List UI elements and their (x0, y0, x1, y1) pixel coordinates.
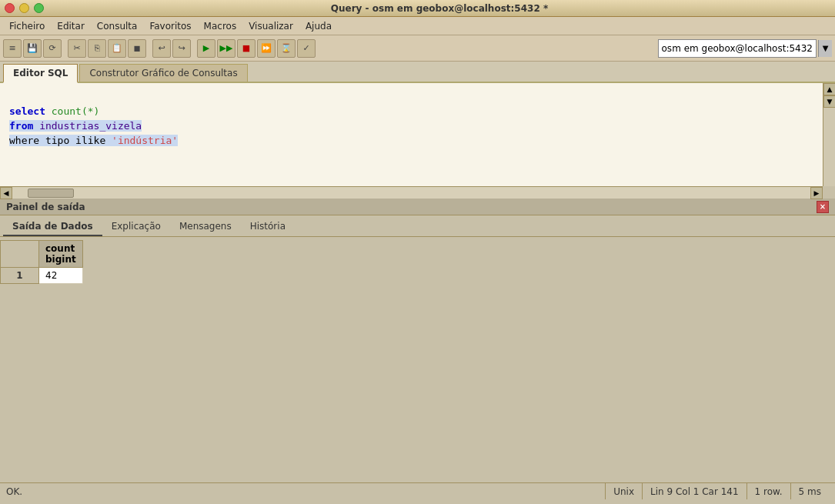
main-layout: Editor SQL Construtor Gráfico de Consult… (0, 62, 835, 482)
window-title: Query - osm em geobox@localhost:5432 * (48, 3, 830, 14)
tb-stop-btn[interactable]: ■ (237, 39, 256, 58)
row-number-header (1, 241, 39, 268)
output-section: Painel de saída × Saída de Dados Explica… (0, 199, 835, 482)
vscroll-down-arrow[interactable]: ▼ (823, 95, 835, 108)
output-panel-title: Painel de saída (6, 202, 817, 212)
menu-visualizar[interactable]: Visualizar (242, 19, 299, 33)
tab-grafico[interactable]: Construtor Gráfico de Consultas (79, 64, 247, 82)
tb-open-file-btn[interactable]: ≡ (3, 39, 22, 58)
status-time: 5 ms (790, 483, 829, 499)
scroll-corner (823, 186, 835, 199)
status-message: OK. (6, 486, 605, 497)
title-bar: Query - osm em geobox@localhost:5432 * (0, 0, 835, 17)
result-table: count bigint 1 42 (0, 240, 83, 284)
tb-step-btn[interactable]: ⏩ (257, 39, 276, 58)
editor-hscrollbar[interactable]: ◀ ▶ (0, 186, 823, 199)
close-button[interactable] (5, 3, 15, 13)
vscroll-up-arrow[interactable]: ▲ (823, 83, 835, 95)
menu-ficheiro[interactable]: Ficheiro (3, 19, 51, 33)
row-count-value: 42 (39, 268, 83, 284)
editor-vscrollbar[interactable]: ▲ ▼ (823, 83, 835, 186)
menu-editar[interactable]: Editar (51, 19, 91, 33)
sql-editor[interactable]: select count(*) from industrias_vizela w… (0, 83, 835, 199)
out-tab-explicacao[interactable]: Explicação (102, 218, 170, 236)
db-connection-combo[interactable]: osm em geobox@localhost:5432 (658, 39, 817, 58)
hscroll-left-arrow[interactable]: ◀ (0, 187, 12, 199)
col-count-header: count bigint (39, 241, 83, 268)
output-close-button[interactable]: × (817, 201, 829, 213)
status-position: Lin 9 Col 1 Car 141 (642, 483, 746, 499)
menu-macros[interactable]: Macros (198, 19, 243, 33)
editor-tabs-row: Editor SQL Construtor Gráfico de Consult… (0, 62, 835, 83)
tb-refresh-btn[interactable]: ⟳ (43, 39, 62, 58)
tb-undo-btn[interactable]: ↩ (152, 39, 171, 58)
menu-favoritos[interactable]: Favoritos (143, 19, 197, 33)
editor-content[interactable]: select count(*) from industrias_vizela w… (0, 83, 835, 154)
minimize-button[interactable] (19, 3, 29, 13)
toolbar: ≡ 💾 ⟳ ✂ ⎘ 📋 ◼ ↩ ↪ ▶ ▶▶ ■ ⏩ ⌛ ✓ osm em ge… (0, 35, 835, 62)
status-bar: OK. Unix Lin 9 Col 1 Car 141 1 row. 5 ms (0, 482, 835, 499)
tb-paste-btn[interactable]: 📋 (108, 39, 126, 58)
tb-img1-btn[interactable]: ◼ (128, 39, 146, 58)
menu-ajuda[interactable]: Ajuda (299, 19, 338, 33)
tb-redo-btn[interactable]: ↪ (172, 39, 191, 58)
tb-copy-btn[interactable]: ⎘ (88, 39, 106, 58)
tb-run2-btn[interactable]: ▶▶ (217, 39, 235, 58)
db-connection-dropdown-arrow[interactable]: ▼ (818, 40, 832, 57)
tb-run-btn[interactable]: ▶ (197, 39, 215, 58)
tb-cut-btn[interactable]: ✂ (68, 39, 86, 58)
maximize-button[interactable] (34, 3, 44, 13)
tab-editor-sql[interactable]: Editor SQL (3, 64, 78, 83)
menu-bar: Ficheiro Editar Consulta Favoritos Macro… (0, 17, 835, 35)
out-tab-mensagens[interactable]: Mensagens (170, 218, 241, 236)
hscroll-thumb[interactable] (28, 189, 74, 198)
table-row: 1 42 (1, 268, 83, 284)
out-tab-historia[interactable]: História (241, 218, 295, 236)
row-number-cell: 1 (1, 268, 39, 284)
tb-explain-btn[interactable]: ⌛ (277, 39, 296, 58)
out-tab-saida[interactable]: Saída de Dados (3, 218, 102, 236)
tb-save-btn[interactable]: 💾 (23, 39, 42, 58)
hscroll-track (12, 187, 810, 199)
output-panel-header: Painel de saída × (0, 199, 835, 215)
status-rows: 1 row. (746, 483, 790, 499)
tb-misc-btn[interactable]: ✓ (297, 39, 316, 58)
output-data-area: count bigint 1 42 (0, 237, 835, 482)
hscroll-right-arrow[interactable]: ▶ (810, 187, 823, 199)
output-tabs-row: Saída de Dados Explicação Mensagens Hist… (0, 215, 835, 237)
menu-consulta[interactable]: Consulta (91, 19, 144, 33)
status-encoding: Unix (605, 483, 642, 499)
db-connection-label: osm em geobox@localhost:5432 (662, 43, 813, 54)
